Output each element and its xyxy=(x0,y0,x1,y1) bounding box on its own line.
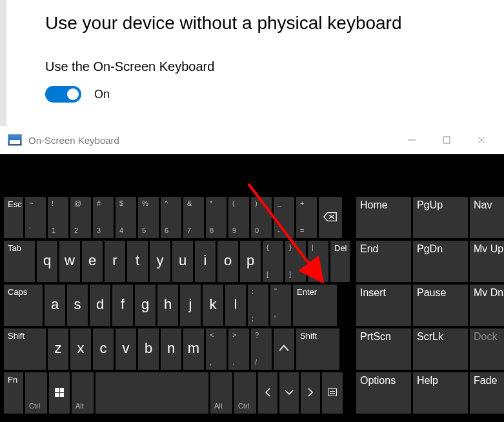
key-8[interactable]: *8 xyxy=(206,197,227,238)
key-caps[interactable]: Caps xyxy=(4,285,43,326)
key-y[interactable]: y xyxy=(150,241,170,282)
key-del[interactable]: Del xyxy=(330,241,350,282)
windows-icon xyxy=(55,388,64,397)
key-options[interactable]: Options xyxy=(356,372,411,414)
key-v[interactable]: v xyxy=(116,328,136,370)
key-\[interactable]: |\ xyxy=(308,241,328,282)
key-e[interactable]: e xyxy=(82,241,103,282)
key-p[interactable]: p xyxy=(240,241,261,282)
key-s[interactable]: s xyxy=(67,285,88,326)
key-pgup[interactable]: PgUp xyxy=(413,197,468,238)
key-pause[interactable]: Pause xyxy=(413,285,468,326)
key-c[interactable]: c xyxy=(93,328,114,370)
key-5[interactable]: %5 xyxy=(138,197,159,238)
key-f[interactable]: f xyxy=(112,285,133,326)
key-i[interactable]: i xyxy=(195,241,216,282)
key-d[interactable]: d xyxy=(90,285,110,326)
key-ctrl-right[interactable]: Ctrl xyxy=(234,372,256,414)
key--[interactable]: _- xyxy=(274,197,294,238)
key-alt-right[interactable]: Alt xyxy=(210,372,232,414)
key-x[interactable]: x xyxy=(70,328,91,370)
key-help[interactable]: Help xyxy=(413,372,468,414)
key-7[interactable]: &7 xyxy=(183,197,204,238)
toggle-state-text: On xyxy=(94,88,110,101)
key-0[interactable]: )0 xyxy=(251,197,272,238)
key-l[interactable]: l xyxy=(225,285,246,326)
key-w[interactable]: w xyxy=(59,241,80,282)
key-backspace[interactable] xyxy=(319,197,342,238)
key-][interactable]: }] xyxy=(285,241,306,282)
key-arrow-right[interactable] xyxy=(301,372,320,414)
osk-app-icon xyxy=(8,134,22,146)
key-arrow-left[interactable] xyxy=(258,372,277,414)
key-nav[interactable]: Nav xyxy=(470,197,504,238)
key-k[interactable]: k xyxy=(203,285,223,326)
key-q[interactable]: q xyxy=(37,241,57,282)
key-3[interactable]: #3 xyxy=(93,197,114,238)
key-=[interactable]: += xyxy=(296,197,317,238)
key-[[interactable]: {[ xyxy=(263,241,283,282)
sidebar-edge xyxy=(0,0,6,126)
key-space[interactable] xyxy=(96,372,208,414)
key-dock[interactable]: Dock xyxy=(470,328,504,370)
key-punct[interactable]: <, xyxy=(206,328,227,370)
minimize-button[interactable] xyxy=(394,126,429,154)
key-punct[interactable]: :; xyxy=(248,285,268,326)
key-a[interactable]: a xyxy=(45,285,65,326)
key-tab[interactable]: Tab xyxy=(4,241,35,282)
key-u[interactable]: u xyxy=(172,241,193,282)
key-ctrl-left[interactable]: Ctrl xyxy=(25,372,47,414)
key-o[interactable]: o xyxy=(217,241,238,282)
key-m[interactable]: m xyxy=(183,328,204,370)
page-title: Use your device without a physical keybo… xyxy=(45,13,402,34)
key-punct[interactable]: ?/ xyxy=(251,328,272,370)
key-insert[interactable]: Insert xyxy=(356,285,411,326)
key-windows[interactable] xyxy=(49,372,70,414)
menu-icon xyxy=(328,388,337,396)
main-key-grid: Esc ~`!1@2#3$4%5^6&7*8(9)0_-+= Tab qwert… xyxy=(4,197,350,416)
key-6[interactable]: ^6 xyxy=(161,197,181,238)
key-esc[interactable]: Esc xyxy=(4,197,23,238)
key-g[interactable]: g xyxy=(135,285,156,326)
key-arrow-down[interactable] xyxy=(279,372,299,414)
key-z[interactable]: z xyxy=(48,328,68,370)
key-4[interactable]: $4 xyxy=(116,197,136,238)
key-r[interactable]: r xyxy=(105,241,125,282)
toggle-label: Use the On-Screen Keyboard xyxy=(45,59,402,74)
osk-toggle[interactable] xyxy=(45,86,81,103)
key-1[interactable]: !1 xyxy=(48,197,68,238)
maximize-button[interactable] xyxy=(429,126,464,154)
close-button[interactable] xyxy=(464,126,499,154)
key-mv-up[interactable]: Mv Up xyxy=(470,241,504,282)
key-alt-left[interactable]: Alt xyxy=(72,372,94,414)
key-punct[interactable]: "' xyxy=(270,285,291,326)
side-key-grid: HomePgUpNavEndPgDnMv UpInsertPauseMv DnP… xyxy=(356,197,504,416)
key-enter[interactable]: Enter xyxy=(293,285,337,326)
key-prtscn[interactable]: PrtScn xyxy=(356,328,411,370)
osk-body: Esc ~`!1@2#3$4%5^6&7*8(9)0_-+= Tab qwert… xyxy=(0,154,504,422)
window-title: On-Screen Keyboard xyxy=(28,135,119,146)
key-pgdn[interactable]: PgDn xyxy=(413,241,468,282)
key-mv-dn[interactable]: Mv Dn xyxy=(470,285,504,326)
key-shift-left[interactable]: Shift xyxy=(4,328,46,370)
key-end[interactable]: End xyxy=(356,241,411,282)
titlebar[interactable]: On-Screen Keyboard xyxy=(0,126,504,154)
key-punct[interactable]: >. xyxy=(228,328,249,370)
key-`[interactable]: ~` xyxy=(25,197,46,238)
key-n[interactable]: n xyxy=(161,328,181,370)
key-arrow-up[interactable] xyxy=(274,328,294,370)
osk-window: On-Screen Keyboard Esc ~`!1@2#3$4%5^6&7*… xyxy=(0,126,504,422)
key-menu[interactable] xyxy=(322,372,343,414)
key-9[interactable]: (9 xyxy=(228,197,249,238)
key-home[interactable]: Home xyxy=(356,197,411,238)
key-fn[interactable]: Fn xyxy=(4,372,23,414)
svg-rect-1 xyxy=(443,137,450,143)
key-j[interactable]: j xyxy=(180,285,201,326)
key-2[interactable]: @2 xyxy=(70,197,91,238)
key-shift-right[interactable]: Shift xyxy=(296,328,339,370)
key-fade[interactable]: Fade xyxy=(470,372,504,414)
key-scrlk[interactable]: ScrLk xyxy=(413,328,468,370)
key-h[interactable]: h xyxy=(157,285,178,326)
key-b[interactable]: b xyxy=(138,328,159,370)
key-t[interactable]: t xyxy=(127,241,148,282)
